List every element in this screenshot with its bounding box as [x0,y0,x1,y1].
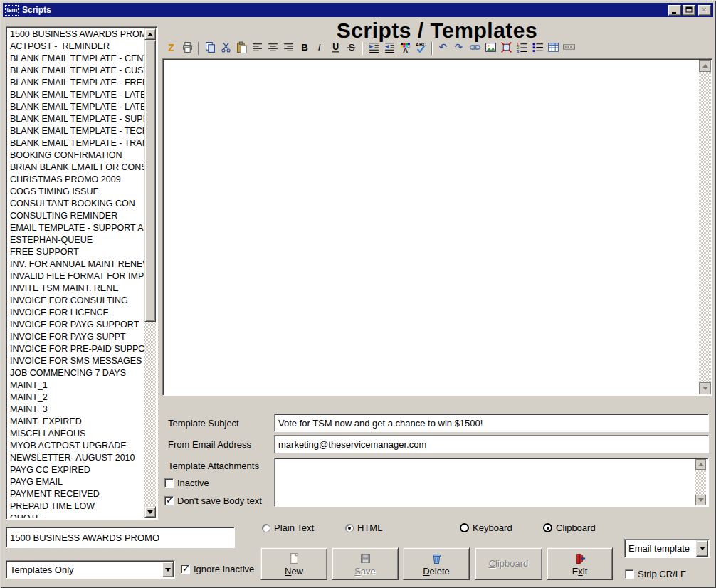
hyperlink-button[interactable] [467,41,483,56]
list-item[interactable]: PAYMENT RECEIVED [8,488,144,500]
list-item[interactable]: 1500 BUSINESS AWARDS PROMO [8,28,144,41]
numbered-list-button[interactable]: 123 [514,41,530,56]
list-item[interactable]: INVOICE FOR PRE-PAID SUPPOR [8,343,144,355]
list-item[interactable]: BRIAN BLANK EMAIL FOR CONS [8,162,144,174]
save-button[interactable]: Save [332,547,399,580]
attachments-scroll-down-button[interactable] [695,495,706,505]
dropdown-arrow-button[interactable] [696,540,708,557]
horizontal-rule-button[interactable] [561,41,577,56]
scrollbar-thumb[interactable] [144,40,156,322]
spell-check-button[interactable]: ABC [413,41,428,56]
attachments-field[interactable] [274,458,709,507]
template-list-scrollbar[interactable] [144,28,156,518]
list-item[interactable]: FREE SUPPORT [8,246,144,258]
font-color-button[interactable]: A [397,41,413,56]
from-email-input[interactable] [274,435,709,453]
ignore-inactive-checkbox[interactable] [181,565,190,574]
list-item[interactable]: INVOICE FOR PAYG SUPPT [8,331,144,343]
list-item[interactable]: MAINT_1 [8,379,144,392]
list-item[interactable]: MAINT_3 [8,404,144,416]
new-button[interactable]: New [260,547,327,580]
scroll-down-button[interactable] [144,506,156,518]
print-button[interactable] [179,41,195,56]
template-subject-input[interactable] [274,414,709,432]
close-button[interactable] [698,5,711,16]
undo-button[interactable]: ↶ [436,41,451,56]
align-center-button[interactable] [265,41,280,56]
list-item[interactable]: MAINT_2 [8,392,144,404]
delete-button[interactable]: Delete [403,547,470,580]
keyboard-radio[interactable] [460,523,469,532]
clipboard-button[interactable]: Clipboard [475,547,542,580]
list-item[interactable]: COGS TIMING ISSUE [8,186,144,198]
list-item[interactable]: MISCELLANEOUS [8,428,144,440]
minimize-button[interactable] [668,5,681,16]
list-item[interactable]: BLANK EMAIL TEMPLATE - SUPPO [8,113,144,125]
list-item[interactable]: BLANK EMAIL TEMPLATE - CENTS [8,53,144,65]
list-item[interactable]: EMAIL TEMPLATE - SUPPORT AG [8,222,144,234]
remove-image-button[interactable] [498,41,514,56]
list-item[interactable]: BLANK EMAIL TEMPLATE - LATES [8,89,144,101]
list-item[interactable]: INVALID FILE FORMAT FOR IMPO [8,271,144,283]
list-item[interactable]: BOOKING CONFIRMATION [8,149,144,162]
editor-scroll-up-button[interactable] [699,60,711,72]
list-filter-dropdown[interactable]: Templates Only [6,560,175,579]
italic-button[interactable]: I [312,41,327,56]
list-item[interactable]: ACTPOST - REMINDER [8,41,144,53]
list-item[interactable]: PREPAID TIME LOW [8,500,144,513]
list-item[interactable]: INV. FOR ANNUAL MAINT RENEW [8,258,144,271]
table-button[interactable] [545,41,561,56]
inactive-checkbox[interactable] [164,478,174,488]
list-item[interactable]: ESTEPHAN-QUEUE [8,234,144,246]
editor-scroll-track[interactable] [699,72,711,382]
list-item[interactable]: CONSULTANT BOOKING CON [8,198,144,210]
attachments-scroll-track[interactable] [695,470,706,495]
list-item[interactable]: MAINT_EXPIRED [8,416,144,428]
attachments-scroll-up-button[interactable] [695,459,706,470]
bold-button[interactable]: B [296,41,312,56]
list-item[interactable]: CHRISTMAS PROMO 2009 [8,174,144,186]
underline-button[interactable]: U [327,41,343,56]
list-item[interactable]: INVOICE FOR LICENCE [8,307,144,319]
strikethrough-button[interactable]: S [343,41,359,56]
list-item[interactable]: BLANK EMAIL TEMPLATE - FREE [8,77,144,89]
indent-button[interactable] [366,41,381,56]
redo-button[interactable]: ↷ [451,41,467,56]
html-radio[interactable] [345,524,354,532]
paste-button[interactable] [233,41,249,56]
insert-image-button[interactable] [483,41,498,56]
attachments-scrollbar[interactable] [695,459,707,505]
align-left-button[interactable] [249,41,265,56]
cut-button[interactable] [218,41,233,56]
dont-save-body-checkbox[interactable] [164,496,174,505]
maximize-button[interactable] [683,5,695,16]
editor-scroll-down-button[interactable] [699,382,711,394]
list-item[interactable]: BLANK EMAIL TEMPLATE - CUSTO [8,65,144,77]
clipboard-radio[interactable] [543,523,552,532]
list-item[interactable]: INVITE TSM MAINT. RENE [8,283,144,295]
list-item[interactable]: CONSULTING REMINDER [8,210,144,222]
list-item[interactable]: BLANK EMAIL TEMPLATE - TRAIN [8,137,144,149]
zoom-button[interactable]: Z [164,41,179,56]
list-item[interactable]: BLANK EMAIL TEMPLATE - LATES [8,101,144,113]
copy-button[interactable] [202,41,218,56]
list-item[interactable]: PAYG EMAIL [8,476,144,488]
editor-scrollbar[interactable] [699,60,711,394]
template-body-editor[interactable] [162,58,712,396]
list-item[interactable]: INVOICE FOR CONSULTING [8,295,144,307]
exit-button[interactable]: Exit [547,547,613,580]
list-item[interactable]: INVOICE FOR PAYG SUPPORT [8,319,144,331]
bullet-list-button[interactable] [530,41,545,56]
strip-crlf-checkbox[interactable] [625,569,634,579]
list-item[interactable]: NEWSLETTER- AUGUST 2010 [8,452,144,464]
list-item[interactable]: PAYG CC EXPIRED [8,464,144,476]
list-item[interactable]: QUOTE [8,513,144,518]
align-right-button[interactable] [280,41,296,56]
dropdown-arrow-button[interactable] [162,562,174,577]
template-search-input[interactable] [6,527,235,548]
template-type-dropdown[interactable]: Email template [624,539,710,558]
outdent-button[interactable] [381,41,397,56]
scroll-up-button[interactable] [144,28,156,40]
list-item[interactable]: BLANK EMAIL TEMPLATE - TECHI [8,125,144,137]
list-item[interactable]: INVOICE FOR SMS MESSAGES [8,355,144,367]
